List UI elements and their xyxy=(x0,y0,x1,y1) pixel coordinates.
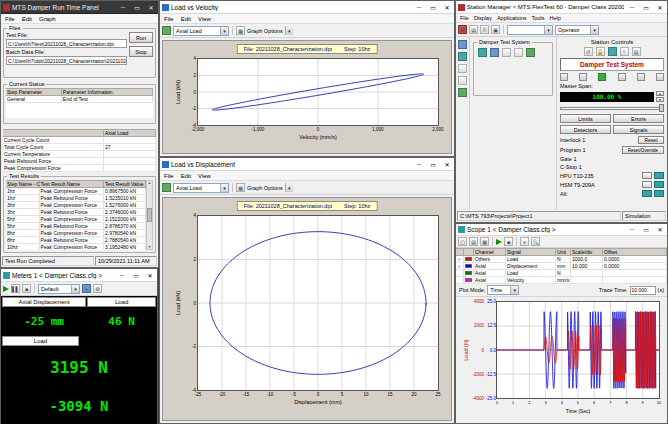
close-button[interactable] xyxy=(441,2,453,12)
start-trace-icon[interactable] xyxy=(496,239,502,245)
table-row[interactable]: Current Temperature xyxy=(3,151,156,158)
zoom-icon[interactable]: 🔍 xyxy=(531,237,540,246)
interlock-reset-button[interactable]: Reset xyxy=(638,136,664,144)
close-button[interactable] xyxy=(654,2,666,12)
maximize-button[interactable] xyxy=(427,2,439,12)
detectors-icon[interactable] xyxy=(458,88,467,97)
message-log-icon[interactable] xyxy=(458,76,467,85)
minimize-button[interactable] xyxy=(413,2,425,12)
open-icon[interactable]: ▤ xyxy=(469,237,478,246)
channel-checkbox[interactable]: ✓ xyxy=(456,263,464,270)
station-combo[interactable] xyxy=(507,25,553,35)
channel-combo[interactable]: Axial Load xyxy=(173,26,229,36)
hpu-high-button[interactable] xyxy=(654,172,664,179)
table-row[interactable]: Current Cycle Count xyxy=(3,137,156,144)
minimize-button[interactable] xyxy=(116,270,128,280)
hsm-high-button[interactable] xyxy=(654,181,664,188)
preset-combo[interactable]: Default xyxy=(38,284,80,294)
maximize-button[interactable] xyxy=(640,2,652,12)
unlock-icon[interactable]: 🔓 xyxy=(596,47,605,56)
menu-item[interactable]: File xyxy=(164,173,174,179)
table-row[interactable]: 10hzPeak Compression Force3.1952480 kN xyxy=(6,244,146,250)
open-project-icon[interactable]: ▤ xyxy=(469,25,478,34)
table-row[interactable]: 1hzPeak Rebound Force1.5235010 kN xyxy=(6,195,146,202)
scope-channel-row[interactable]: Axial Velocity mm/s xyxy=(456,277,667,284)
chevron-down-icon[interactable] xyxy=(285,26,293,35)
station-setup-icon[interactable] xyxy=(458,40,467,49)
scope-channel-row[interactable]: ✓ Others Load N 1000.0 0.0000 xyxy=(456,256,667,263)
menu-item[interactable]: Edit xyxy=(181,16,191,22)
detectors-button[interactable]: Detectors xyxy=(560,125,611,134)
scroll-down-icon[interactable] xyxy=(148,245,151,249)
minimize-button[interactable] xyxy=(626,2,638,12)
scroll-up-icon[interactable] xyxy=(148,181,151,185)
graph-options-icon[interactable]: ▦ xyxy=(236,183,245,192)
graph-options-label[interactable]: Graph Options xyxy=(247,185,283,191)
table-row[interactable]: 3hzPeak Rebound Force2.3746000 kN xyxy=(6,209,146,216)
play-icon[interactable] xyxy=(3,286,9,292)
close-button[interactable] xyxy=(654,225,666,235)
titlebar[interactable]: Meters 1 < Damper Class.cfg > xyxy=(1,269,157,282)
menu-item[interactable]: Tools xyxy=(532,15,545,21)
specimen-icon[interactable] xyxy=(502,48,511,57)
titlebar[interactable]: MTS Damper Run Time Panel xyxy=(1,1,158,14)
maximize-button[interactable] xyxy=(130,270,142,280)
save-icon[interactable]: ▦ xyxy=(480,237,489,246)
chevron-down-icon[interactable] xyxy=(590,26,598,34)
program-hold-button[interactable] xyxy=(656,73,664,81)
channel-checkbox[interactable] xyxy=(456,277,464,284)
program-run-button[interactable] xyxy=(618,73,626,81)
batch-file-input[interactable]: C:\1\test\h7\dds\20211028_Characterizati… xyxy=(6,56,127,65)
mpt-icon[interactable]: M xyxy=(458,25,467,34)
hsm-low-button[interactable] xyxy=(642,181,652,188)
test-run-icon[interactable] xyxy=(490,48,499,57)
channel-checkbox[interactable]: ✓ xyxy=(456,256,464,263)
menu-item[interactable]: Edit xyxy=(181,173,191,179)
vertical-scrollbar[interactable] xyxy=(146,180,153,250)
titlebar[interactable]: Station Manager < MTS FlexTest 60 - Damp… xyxy=(456,1,667,14)
plot-mode-combo[interactable]: Time xyxy=(487,285,519,295)
menu-item[interactable]: Display xyxy=(474,15,492,21)
scope-icon[interactable] xyxy=(458,52,467,61)
graph-options-icon[interactable]: ▦ xyxy=(236,26,245,35)
access-level-combo[interactable]: Operator xyxy=(555,25,599,35)
menu-item[interactable]: View xyxy=(198,16,211,22)
chevron-down-icon[interactable] xyxy=(510,286,518,294)
table-row[interactable]: GeneralEnd of Test xyxy=(6,96,153,103)
stop-trace-icon[interactable]: ■ xyxy=(504,237,513,246)
spin-down-icon[interactable]: ▼ xyxy=(656,97,664,102)
limits-button[interactable]: Limits xyxy=(560,114,611,123)
cursor-icon[interactable]: + xyxy=(520,237,529,246)
all-high-button[interactable] xyxy=(654,190,664,197)
chevron-down-icon[interactable] xyxy=(220,27,228,35)
menu-item[interactable]: File xyxy=(460,15,469,21)
menu-item[interactable]: Applications xyxy=(497,15,527,21)
close-button[interactable] xyxy=(441,159,453,169)
close-button[interactable] xyxy=(144,270,156,280)
slider-thumb[interactable] xyxy=(659,104,664,112)
power-icon[interactable] xyxy=(608,47,617,56)
menu-item[interactable]: View xyxy=(198,173,211,179)
exclusive-control-icon[interactable]: ! xyxy=(620,47,629,56)
titlebar[interactable]: Load vs Displacement xyxy=(160,158,454,171)
power-off-button[interactable] xyxy=(560,73,568,81)
titlebar[interactable]: Load vs Velocity xyxy=(160,1,454,14)
table-row[interactable]: 3hzPeak Compression Force1.5276000 kN xyxy=(6,202,146,209)
report-icon[interactable] xyxy=(514,48,523,57)
minimize-button[interactable] xyxy=(117,2,129,12)
channel-checkbox[interactable] xyxy=(456,270,464,277)
run-button[interactable]: Run xyxy=(129,32,153,43)
minimize-button[interactable] xyxy=(413,159,425,169)
channel-combo[interactable]: Axial Load xyxy=(173,183,229,193)
data-icon[interactable] xyxy=(526,48,535,57)
table-row[interactable]: 5hzPeak Compression Force2.1522000 kN xyxy=(6,216,146,223)
trace-time-input[interactable]: 10.000 xyxy=(630,286,656,295)
power-high-button[interactable] xyxy=(598,73,606,81)
power-low-button[interactable] xyxy=(579,73,587,81)
program-reset-override-button[interactable]: Reset/Override xyxy=(622,146,664,154)
hold-icon[interactable]: ▌▌ xyxy=(11,284,20,293)
errors-button[interactable]: Errors xyxy=(613,114,664,123)
close-button[interactable] xyxy=(145,2,157,12)
spin-up-icon[interactable]: ▲ xyxy=(656,91,664,96)
table-row[interactable]: 8hzPeak Rebound Force2.7880540 kN xyxy=(6,237,146,244)
